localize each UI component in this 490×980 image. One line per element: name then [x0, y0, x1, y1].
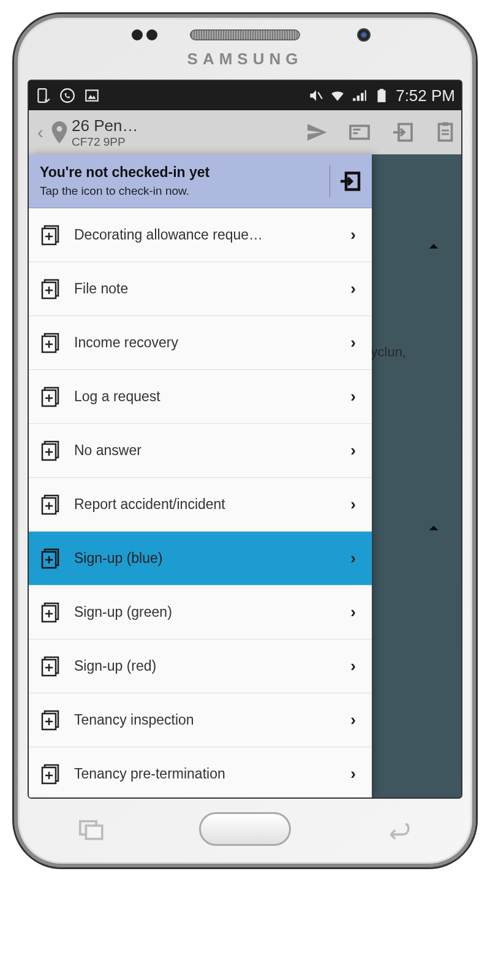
send-icon[interactable] — [306, 121, 328, 143]
chevron-right-icon: › — [350, 495, 356, 514]
chevron-right-icon: › — [350, 657, 356, 676]
list-item[interactable]: Income recovery› — [29, 316, 372, 370]
list-item[interactable]: Decorating allowance reque…› — [29, 208, 372, 262]
checkin-title: You're not checked-in yet — [40, 164, 321, 181]
list-item[interactable]: Log a request› — [29, 370, 372, 424]
list-item-label: Sign-up (blue) — [74, 550, 350, 567]
list-item[interactable]: Sign-up (red)› — [29, 639, 372, 693]
action-side-panel: You're not checked-in yet Tap the icon t… — [29, 154, 372, 797]
image-notif-icon — [84, 88, 100, 104]
list-item-label: Decorating allowance reque… — [74, 227, 350, 243]
card-icon[interactable] — [349, 121, 371, 143]
chevron-right-icon: › — [350, 441, 356, 460]
brand-label: SAMSUNG — [28, 50, 462, 69]
checkin-banner[interactable]: You're not checked-in yet Tap the icon t… — [29, 154, 372, 208]
chevron-right-icon: › — [350, 225, 356, 244]
document-plus-icon — [40, 494, 61, 515]
document-plus-icon — [40, 710, 61, 731]
list-item[interactable]: Tenancy inspection› — [29, 693, 372, 747]
list-item[interactable]: Tenancy pre-termination› — [29, 747, 372, 797]
header-title: 26 Pen… — [72, 116, 138, 135]
wifi-icon — [330, 88, 345, 104]
svg-point-9 — [61, 89, 74, 102]
chevron-right-icon: › — [350, 279, 356, 298]
document-plus-icon — [40, 440, 61, 461]
document-plus-icon — [40, 333, 61, 353]
home-button[interactable] — [199, 812, 291, 846]
header-subtitle: CF72 9PP — [72, 135, 138, 149]
phone-frame: SAMSUNG 7:52 PM ‹ 26 Pen… CF72 9PP — [12, 12, 478, 869]
collapse-caret-icon[interactable] — [424, 519, 443, 537]
document-plus-icon — [40, 602, 61, 623]
list-item-label: Income recovery — [74, 334, 350, 351]
svg-rect-10 — [86, 90, 98, 100]
list-item-label: Tenancy inspection — [74, 712, 350, 728]
whatsapp-icon — [59, 88, 75, 104]
speaker-grille — [190, 29, 300, 40]
list-item-label: Log a request — [74, 388, 350, 405]
checkin-icon[interactable] — [339, 170, 361, 192]
phone-bottom — [28, 799, 462, 849]
svg-line-12 — [318, 92, 323, 99]
list-item[interactable]: No answer› — [29, 424, 372, 478]
svg-rect-19 — [439, 124, 452, 141]
signal-icon — [352, 88, 368, 104]
phone-notif-icon — [35, 88, 51, 104]
document-plus-icon — [40, 656, 61, 677]
chevron-right-icon: › — [350, 764, 356, 783]
list-item[interactable]: Sign-up (green)› — [29, 586, 372, 639]
list-item-label: Sign-up (red) — [74, 658, 350, 674]
back-button[interactable]: ‹ — [34, 122, 47, 143]
background-text-fragment: yclun, — [371, 344, 406, 360]
divider — [330, 165, 330, 197]
battery-icon — [374, 88, 390, 104]
chevron-right-icon: › — [350, 387, 356, 406]
list-item[interactable]: Report accident/incident› — [29, 478, 372, 532]
front-camera — [357, 28, 371, 42]
location-pin-icon — [51, 121, 68, 143]
svg-rect-14 — [380, 89, 384, 91]
app-header: ‹ 26 Pen… CF72 9PP — [29, 110, 461, 154]
document-plus-icon — [40, 386, 61, 407]
list-item-label: Report accident/incident — [74, 496, 350, 513]
status-time: 7:52 PM — [396, 86, 455, 105]
chevron-right-icon: › — [350, 549, 356, 568]
document-plus-icon — [40, 764, 61, 785]
svg-rect-13 — [378, 90, 386, 102]
action-list: Decorating allowance reque…›File note›In… — [29, 208, 372, 797]
list-item-label: Tenancy pre-termination — [74, 766, 350, 782]
checkin-subtitle: Tap the icon to check-in now. — [40, 184, 321, 198]
list-item-label: Sign-up (green) — [74, 604, 350, 620]
document-plus-icon — [40, 279, 61, 300]
screen: 7:52 PM ‹ 26 Pen… CF72 9PP yclun, — [28, 80, 462, 799]
back-softkey[interactable] — [383, 818, 413, 840]
header-title-block[interactable]: 26 Pen… CF72 9PP — [72, 116, 138, 149]
status-bar: 7:52 PM — [29, 81, 461, 110]
chevron-right-icon: › — [350, 710, 356, 729]
screen-body: yclun, You're not checked-in yet Tap the… — [29, 154, 461, 797]
list-item-label: No answer — [74, 442, 350, 459]
document-plus-icon — [40, 548, 61, 569]
chevron-right-icon: › — [350, 603, 356, 622]
list-item[interactable]: File note› — [29, 262, 372, 316]
clipboard-icon[interactable] — [434, 121, 456, 143]
collapse-caret-icon[interactable] — [424, 237, 443, 255]
document-plus-icon — [40, 225, 61, 246]
svg-marker-11 — [88, 95, 96, 99]
mute-icon — [307, 88, 323, 104]
recent-apps-button[interactable] — [77, 818, 107, 840]
sensor-dots — [132, 29, 157, 40]
list-item[interactable]: Sign-up (blue)› — [29, 532, 372, 586]
svg-rect-25 — [86, 826, 102, 839]
chevron-right-icon: › — [350, 333, 356, 352]
svg-rect-20 — [443, 123, 448, 126]
list-item-label: File note — [74, 281, 350, 297]
checkin-header-icon[interactable] — [391, 121, 413, 143]
phone-top — [28, 29, 462, 40]
